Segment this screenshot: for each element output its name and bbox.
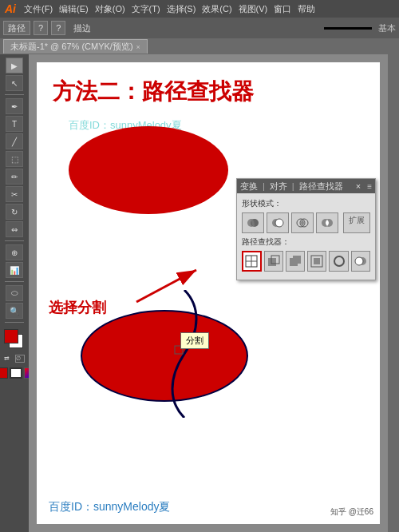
main-layout: ▶ ↖ ✒ T ╱ ⬚ ✏ ✂ ↻ ⇔ ⊕ 📊 ⬭ 🔍 ⇄ ∅ (0, 54, 399, 532)
tool-separator2 (5, 240, 24, 241)
menu-edit[interactable]: 编辑(E) (59, 3, 89, 15)
tool-zoom[interactable]: 🔍 (6, 303, 23, 319)
pf-menu-button[interactable]: ≡ (367, 182, 372, 191)
pathfinder-panel: 变换 | 对齐 | 路径查找器 × ≡ 形状模式： (236, 178, 376, 280)
foreground-color-box[interactable] (4, 329, 18, 343)
svg-rect-19 (314, 258, 320, 264)
tooltip: 分割 (180, 332, 209, 349)
svg-point-22 (355, 257, 363, 265)
tool-text[interactable]: T (6, 116, 23, 132)
tool-gradient[interactable]: ⬭ (6, 285, 23, 301)
stroke-line (324, 27, 372, 30)
none-color-icon[interactable]: ∅ (15, 355, 25, 363)
svg-rect-17 (293, 256, 301, 264)
btn-merge[interactable] (286, 251, 305, 272)
left-toolbar: ▶ ↖ ✒ T ╱ ⬚ ✏ ✂ ↻ ⇔ ⊕ 📊 ⬭ 🔍 ⇄ ∅ (0, 54, 29, 532)
tool-rotate[interactable]: ↻ (6, 204, 23, 220)
select-label: 选择分割 (49, 298, 106, 317)
menu-view[interactable]: 视图(V) (239, 3, 268, 15)
btn-divide[interactable] (242, 251, 262, 272)
menu-select[interactable]: 选择(S) (167, 3, 196, 15)
tool-scale[interactable]: ⇔ (6, 221, 23, 237)
color-controls: ⇄ ∅ (4, 355, 25, 363)
menu-window[interactable]: 窗口 (274, 3, 291, 15)
tab-bar: 未标题-1* @ 67% (CMYK/预览) × (0, 38, 399, 54)
shape-modes-label: 形状模式： (242, 198, 370, 209)
tool-scissors[interactable]: ✂ (6, 186, 23, 202)
swap-colors-icon[interactable]: ⇄ (4, 355, 14, 363)
pf-close-button[interactable]: × (356, 181, 361, 191)
expand-button[interactable]: 扩展 (343, 212, 370, 233)
watermark-bottom: 百度ID：sunnyMelody夏 (49, 500, 171, 514)
btn-unite[interactable] (242, 212, 264, 233)
stroke-label: 描边 (69, 22, 96, 34)
fill-mode-btn[interactable] (0, 367, 8, 379)
canvas-area: 方法二：路径查找器 百度ID：sunnyMelody夏 选择分割 (29, 54, 388, 532)
menu-file[interactable]: 文件(F) (24, 3, 53, 15)
question-btn1[interactable]: ? (34, 21, 48, 35)
tool-line[interactable]: ╱ (6, 133, 23, 149)
tab-close-button[interactable]: × (136, 43, 140, 51)
tool-separator (5, 94, 24, 95)
canvas-title: 方法二：路径查找器 (53, 77, 254, 107)
tool-separator4 (5, 322, 24, 323)
tool-brush[interactable]: ✏ (6, 169, 23, 185)
btn-trim[interactable] (264, 251, 283, 272)
canvas: 方法二：路径查找器 百度ID：sunnyMelody夏 选择分割 (37, 62, 380, 524)
basic-label: 基本 (378, 22, 396, 34)
tool-separator3 (5, 281, 24, 282)
svg-point-20 (334, 256, 344, 266)
tooltip-text: 分割 (186, 335, 203, 345)
pathfinder-label: 路径查找器： (242, 236, 370, 248)
svg-point-6 (275, 219, 283, 227)
menu-effect[interactable]: 效果(C) (202, 3, 231, 15)
source-watermark: 知乎 @迁66 (330, 506, 373, 518)
menu-help[interactable]: 帮助 (298, 3, 315, 15)
menu-bar: 文件(F) 编辑(E) 对象(O) 文字(T) 选择(S) 效果(C) 视图(V… (24, 3, 315, 15)
tool-direct-select[interactable]: ↖ (6, 75, 23, 91)
pf-tab-pathfinder[interactable]: 路径查找器 (299, 181, 343, 193)
pf-separator1: | (263, 181, 265, 191)
document-tab[interactable]: 未标题-1* @ 67% (CMYK/预览) × (3, 39, 148, 54)
title-bar: Ai 文件(F) 编辑(E) 对象(O) 文字(T) 选择(S) 效果(C) 视… (0, 0, 399, 18)
tool-blend[interactable]: ⊕ (6, 244, 23, 260)
menu-text[interactable]: 文字(T) (132, 3, 160, 15)
pathfinder-buttons (242, 251, 370, 272)
btn-crop[interactable] (307, 251, 326, 272)
btn-exclude[interactable] (316, 212, 338, 233)
upper-ellipse (69, 126, 228, 214)
btn-minus-front[interactable] (267, 212, 289, 233)
tool-rect[interactable]: ⬚ (6, 151, 23, 167)
ai-logo: Ai (5, 2, 16, 15)
question-btn2[interactable]: ? (51, 21, 65, 35)
tab-label: 未标题-1* @ 67% (CMYK/预览) (10, 41, 133, 53)
s-curve (160, 290, 208, 421)
pf-body: 形状模式： (237, 193, 375, 280)
right-scrollbar[interactable] (388, 54, 399, 532)
btn-outline[interactable] (329, 251, 348, 272)
pf-tab-transform[interactable]: 变换 (240, 181, 258, 193)
color-boxes[interactable] (4, 329, 25, 350)
shape-modes-buttons: 扩展 (242, 212, 370, 233)
pf-title-bar: 变换 | 对齐 | 路径查找器 × ≡ (237, 179, 375, 193)
svg-rect-14 (268, 258, 276, 266)
tool-pen[interactable]: ✒ (6, 98, 23, 114)
pf-separator2: | (292, 181, 294, 191)
btn-intersect[interactable] (291, 212, 314, 233)
pf-tab-align[interactable]: 对齐 (270, 181, 287, 193)
tool-graph[interactable]: 📊 (6, 262, 23, 278)
menu-object[interactable]: 对象(O) (95, 3, 125, 15)
btn-minus-back[interactable] (351, 251, 370, 272)
secondary-toolbar: 路径 ? ? 描边 基本 (0, 18, 399, 38)
path-label: 路径 (3, 21, 30, 35)
tool-select[interactable]: ▶ (6, 58, 23, 73)
stroke-mode-btn[interactable] (10, 367, 22, 379)
